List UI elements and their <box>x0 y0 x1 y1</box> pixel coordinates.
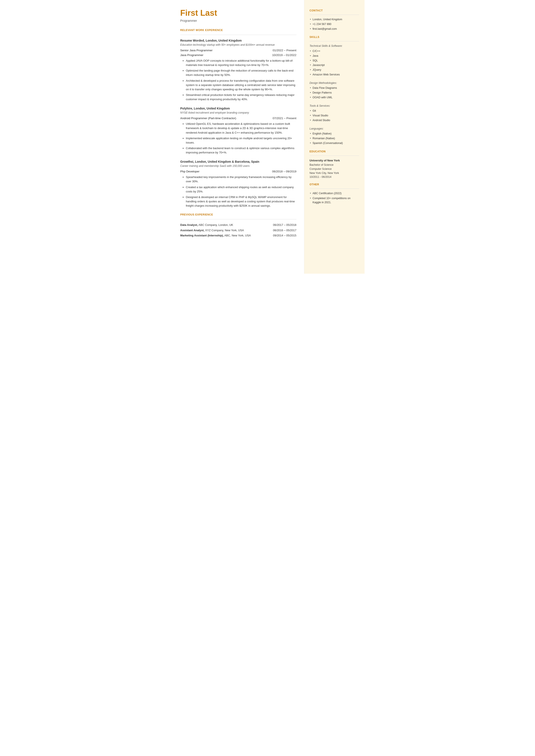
job-row-3a: Php Developer 06/2018 – 09/2019 <box>180 169 296 174</box>
company-location-3: London, United Kingdom & Barcelona, Spai… <box>195 160 259 163</box>
candidate-title: Programmer <box>180 18 296 23</box>
prev-job-1: Data Analyst, ABC Company, London, UK <box>180 223 233 227</box>
edu-block-1: University of New York Bachelor of Scien… <box>310 158 359 179</box>
tech-2: Java <box>310 54 359 58</box>
company-label-2: Polyhire, <box>180 107 193 110</box>
company-block-2: Polyhire, London, United Kingdom NYSE-li… <box>180 106 296 155</box>
company-location-2: London, United Kingdom <box>194 107 230 110</box>
previous-divider <box>180 219 296 219</box>
job-dates-3a: 06/2018 – 09/2019 <box>272 169 296 174</box>
languages-label: Languages: <box>310 127 359 131</box>
prev-row-3: Marketing Assistant (Internship), ABC, N… <box>180 234 296 238</box>
bullet-1-1: Applied JAVA OOP concepts to introduce a… <box>186 59 296 67</box>
company-tagline-1: Education technology startup with 50+ em… <box>180 43 296 47</box>
candidate-name: First Last <box>180 9 296 18</box>
prev-company-2: XYZ Company, New York, USA <box>205 229 244 232</box>
prev-dates-3: 09/2014 – 05/2015 <box>273 234 296 238</box>
tech-4: Javascript <box>310 63 359 67</box>
skills-title: SKILLS <box>310 35 359 40</box>
prev-job-title-3: Marketing Assistant (Internship), <box>180 234 224 237</box>
contact-list: London, United Kingdom +1 234 567 890 fi… <box>310 17 359 31</box>
other-title: OTHER <box>310 182 359 187</box>
bullet-1-2: Optimized the landing page through the r… <box>186 69 296 77</box>
prev-dates-2: 06/2016 – 05/2017 <box>273 228 296 233</box>
lang-1: English (Native) <box>310 132 359 136</box>
tool-1: Git <box>310 109 359 113</box>
prev-job-2: Assistant Analyst, XYZ Company, New York… <box>180 228 244 233</box>
edu-degree-1: Bachelor of Science <box>310 163 359 167</box>
company-label-1: Resume Worded, <box>180 39 205 42</box>
job-title-2a: Android Programmer (Part-time Contractor… <box>180 116 236 121</box>
relevant-work-title: RELEVANT WORK EXPERIENCE <box>180 28 296 33</box>
edu-school-1: University of New York <box>310 158 359 163</box>
bullet-list-2: Utilized OpenGL ES, hardware acceleratio… <box>182 122 296 155</box>
tech-3: SQL <box>310 59 359 63</box>
other-list: ABC Certification (2022) Completed 10+ c… <box>310 191 359 204</box>
bullet-1-3: Architected & developed a process for tr… <box>186 79 296 92</box>
edu-dates-1: 10/2011 - 06/2014 <box>310 175 359 179</box>
company-tagline-2: NYSE-listed recruitment and employer bra… <box>180 111 296 115</box>
technical-label: Technical Skills & Software: <box>310 44 359 48</box>
lang-3: Spanish (Conversational) <box>310 141 359 145</box>
job-dates-1b: 10/2019 – 01/2022 <box>272 53 296 57</box>
left-column: First Last Programmer RELEVANT WORK EXPE… <box>171 0 304 274</box>
edu-location-1: New York City, New York <box>310 171 359 175</box>
skills-divider <box>310 41 359 42</box>
company-block-3: Growthsi, London, United Kingdom & Barce… <box>180 159 296 208</box>
tech-5: JQuery <box>310 68 359 72</box>
tool-2: Visual Studio <box>310 114 359 118</box>
tool-3: Android Studio <box>310 118 359 123</box>
company-block-1: Resume Worded, London, United Kingdom Ed… <box>180 38 296 102</box>
job-title-1a: Senior Java Programmer <box>180 48 213 53</box>
other-2: Completed 10+ competitions on Kaggle in … <box>310 196 359 205</box>
prev-job-3: Marketing Assistant (Internship), ABC, N… <box>180 234 251 238</box>
other-1: ABC Certification (2022) <box>310 191 359 195</box>
other-divider <box>310 188 359 189</box>
tech-6: Amazon Web Services <box>310 72 359 77</box>
technical-list: C/C++ Java SQL Javascript JQuery Amazon … <box>310 49 359 77</box>
job-row-1a: Senior Java Programmer 01/2022 – Present <box>180 48 296 53</box>
bullet-3-2: Created a tax application which enhanced… <box>186 185 296 194</box>
bullet-list-3: Spearheaded key improvements in the prop… <box>182 175 296 208</box>
prev-job-title-2: Assistant Analyst, <box>180 229 205 232</box>
company-location-1: London, United Kingdom <box>206 39 242 42</box>
bullet-2-2: Implemented widescale application testin… <box>186 136 296 145</box>
contact-title: CONTACT <box>310 9 359 14</box>
prev-row-2: Assistant Analyst, XYZ Company, New York… <box>180 228 296 233</box>
contact-item-3: first.last@gmail.com <box>310 27 359 31</box>
previous-exp-title: PREVIOUS EXPERIENCE <box>180 213 296 217</box>
section-divider <box>180 35 296 35</box>
job-dates-1a: 01/2022 – Present <box>272 48 296 53</box>
prev-dates-1: 06/2017 – 05/2018 <box>273 223 296 227</box>
company-name-2: Polyhire, London, United Kingdom <box>180 106 296 111</box>
design-list: Data Flow Diagrams Design Patterns OOAD … <box>310 86 359 99</box>
design-2: Design Patterns <box>310 91 359 95</box>
education-title: EDUCATION <box>310 150 359 154</box>
contact-item-2: +1 234 567 890 <box>310 22 359 26</box>
prev-job-title-1: Data Analyst, <box>180 223 198 227</box>
bullet-2-1: Utilized OpenGL ES, hardware acceleratio… <box>186 122 296 135</box>
education-divider <box>310 155 359 156</box>
design-3: OOAD with UML <box>310 96 359 99</box>
bullet-list-1: Applied JAVA OOP concepts to introduce a… <box>182 59 296 101</box>
tech-1: C/C++ <box>310 49 359 53</box>
bullet-1-4: Streamlined critical production tickets … <box>186 93 296 101</box>
job-dates-2a: 07/2021 – Present <box>272 116 296 121</box>
lang-2: Romanian (Native) <box>310 136 359 141</box>
company-tagline-3: Career training and membership SaaS with… <box>180 164 296 168</box>
job-row-2a: Android Programmer (Part-time Contractor… <box>180 116 296 121</box>
tools-label: Tools & Services: <box>310 104 359 108</box>
prev-company-1: ABC Company, London, UK <box>198 223 233 227</box>
job-title-3a: Php Developer <box>180 169 200 174</box>
prev-row-1: Data Analyst, ABC Company, London, UK 06… <box>180 223 296 227</box>
company-label-3: Growthsi, <box>180 160 194 163</box>
contact-divider <box>310 14 359 15</box>
bullet-3-3: Designed & developed an internal CRM in … <box>186 195 296 208</box>
languages-list: English (Native) Romanian (Native) Spani… <box>310 132 359 145</box>
contact-item-1: London, United Kingdom <box>310 17 359 21</box>
resume-page: First Last Programmer RELEVANT WORK EXPE… <box>171 0 365 274</box>
company-name-1: Resume Worded, London, United Kingdom <box>180 38 296 43</box>
design-label: Design Methodologies: <box>310 81 359 85</box>
bullet-2-3: Collaborated with the backend team to co… <box>186 146 296 155</box>
job-row-1b: Java Programmer 10/2019 – 01/2022 <box>180 53 296 57</box>
